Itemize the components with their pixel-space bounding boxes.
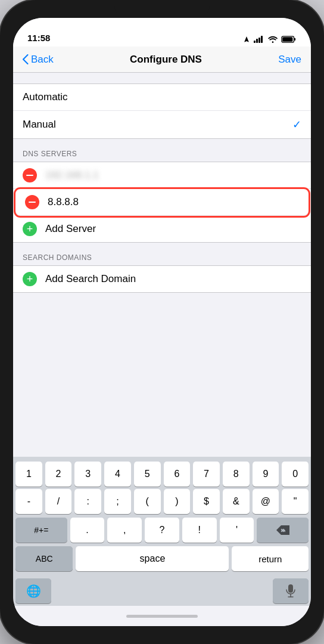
key-4[interactable]: 4 (104, 462, 131, 487)
svg-rect-3 (261, 36, 263, 43)
location-icon (243, 36, 250, 43)
number-row: 1 2 3 4 5 6 7 8 9 0 (13, 457, 311, 489)
automatic-option[interactable]: Automatic (13, 84, 311, 111)
phone-screen: 11:58 (13, 18, 311, 626)
key-dollar[interactable]: $ (193, 489, 220, 514)
key-apostrophe[interactable]: ' (220, 518, 254, 543)
key-comma[interactable]: , (107, 518, 142, 543)
svg-rect-0 (254, 41, 256, 43)
battery-icon (281, 36, 297, 43)
search-domains-label: SEARCH DOMAINS (13, 253, 311, 265)
dns-server-2-value: 8.8.8.8 (48, 196, 79, 208)
home-indicator (13, 606, 311, 626)
key-9[interactable]: 9 (253, 462, 279, 487)
add-server-label: Add Server (45, 223, 96, 235)
svg-rect-1 (256, 39, 258, 43)
back-button[interactable]: Back (23, 54, 54, 66)
svg-rect-5 (294, 38, 295, 41)
home-bar (126, 615, 198, 618)
add-search-domain-label: Add Search Domain (45, 273, 136, 285)
status-bar: 11:58 (13, 18, 311, 47)
key-7[interactable]: 7 (193, 462, 220, 487)
status-icons (243, 36, 297, 43)
svg-rect-7 (288, 584, 293, 593)
wifi-icon (268, 36, 278, 43)
dns-servers-list: 192.168.1.1 8.8.8.8 Add Server (13, 162, 311, 243)
key-slash[interactable]: / (45, 489, 72, 514)
add-server-icon[interactable] (23, 222, 37, 236)
return-key[interactable]: return (232, 546, 309, 571)
key-symbol-switch[interactable]: #+= (15, 518, 67, 543)
remove-server-2-button[interactable] (25, 195, 39, 209)
key-exclamation[interactable]: ! (182, 518, 217, 543)
key-quote[interactable]: " (282, 489, 309, 514)
key-1[interactable]: 1 (15, 462, 42, 487)
checkmark-icon: ✓ (292, 118, 301, 131)
spacer (13, 293, 311, 305)
nav-bar: Back Configure DNS Save (13, 47, 311, 73)
keyboard: 1 2 3 4 5 6 7 8 9 0 - / : ; ( ) $ & (13, 457, 311, 606)
key-period[interactable]: . (70, 518, 105, 543)
mode-list: Automatic Manual ✓ (13, 83, 311, 139)
key-6[interactable]: 6 (164, 462, 191, 487)
key-question[interactable]: ? (145, 518, 179, 543)
key-colon[interactable]: : (74, 489, 101, 514)
back-label: Back (31, 54, 54, 66)
mic-icon (286, 584, 295, 597)
dns-server-row-2[interactable]: 8.8.8.8 (15, 189, 309, 216)
key-close-paren[interactable]: ) (164, 489, 191, 514)
automatic-label: Automatic (23, 91, 301, 103)
key-dash[interactable]: - (15, 489, 42, 514)
remove-server-1-button[interactable] (23, 168, 37, 182)
mic-key[interactable] (273, 578, 309, 603)
add-search-domain-row[interactable]: Add Search Domain (13, 266, 311, 292)
save-button[interactable]: Save (278, 54, 301, 66)
emoji-key[interactable]: 🌐 (15, 578, 51, 603)
emoji-row: 🌐 (13, 578, 311, 606)
search-domains-list: Add Search Domain (13, 265, 311, 293)
signal-icon (254, 36, 264, 43)
dns-servers-label: DNS SERVERS (13, 150, 311, 162)
search-domains-section: SEARCH DOMAINS Add Search Domain (13, 253, 311, 293)
key-ampersand[interactable]: & (223, 489, 250, 514)
symbol-row-1: - / : ; ( ) $ & @ " (13, 489, 311, 518)
dns-servers-section: DNS SERVERS 192.168.1.1 8.8.8.8 (13, 150, 311, 243)
key-2[interactable]: 2 (45, 462, 72, 487)
abc-key[interactable]: ABC (15, 546, 73, 571)
phone-frame: 11:58 (0, 0, 324, 644)
notch (114, 0, 210, 17)
key-semicolon[interactable]: ; (104, 489, 131, 514)
symbol-row-2: #+= . , ? ! ' (13, 518, 311, 546)
svg-rect-2 (258, 38, 260, 43)
key-5[interactable]: 5 (134, 462, 161, 487)
content-area: Automatic Manual ✓ DNS SERVERS 192.168.1… (13, 73, 311, 457)
key-open-paren[interactable]: ( (134, 489, 161, 514)
key-8[interactable]: 8 (223, 462, 250, 487)
chevron-left-icon (23, 54, 29, 64)
backspace-icon (276, 525, 289, 535)
mode-section: Automatic Manual ✓ (13, 83, 311, 139)
manual-option[interactable]: Manual ✓ (13, 111, 311, 138)
key-3[interactable]: 3 (74, 462, 101, 487)
nav-title: Configure DNS (130, 54, 202, 66)
add-server-row[interactable]: Add Server (13, 216, 311, 242)
svg-rect-6 (282, 37, 292, 42)
key-at[interactable]: @ (253, 489, 279, 514)
backspace-key[interactable] (257, 518, 309, 543)
space-key[interactable]: space (76, 546, 229, 571)
manual-label: Manual (23, 119, 292, 131)
key-0[interactable]: 0 (282, 462, 309, 487)
bottom-row: ABC space return (13, 546, 311, 578)
dns-server-row-1[interactable]: 192.168.1.1 (13, 162, 311, 189)
add-search-domain-icon[interactable] (23, 272, 37, 286)
status-time: 11:58 (27, 33, 50, 43)
dns-server-1-value: 192.168.1.1 (45, 169, 99, 181)
